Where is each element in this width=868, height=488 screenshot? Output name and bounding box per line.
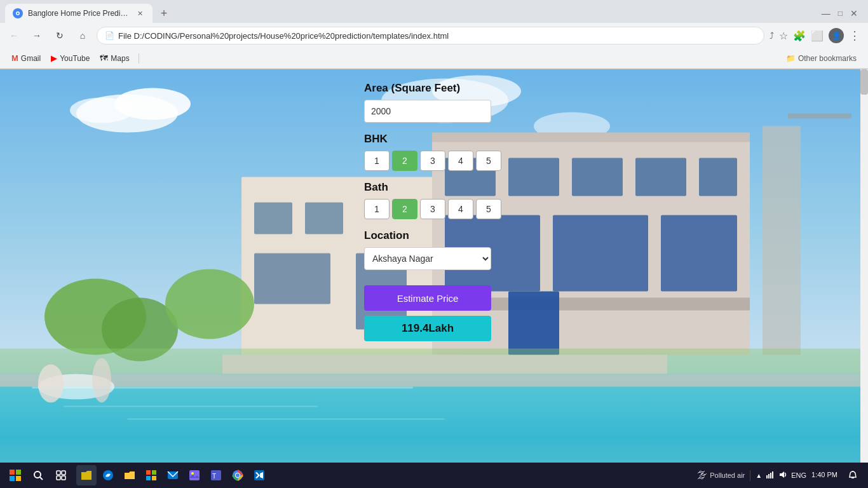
tab-favicon [13,8,23,18]
bhk-btn-5[interactable]: 5 [476,151,501,171]
tab-bar: Banglore Home Price Prediction ✕ + — □ ✕ [0,0,868,23]
back-button[interactable]: ← [5,27,23,44]
url-bar[interactable]: 📄 File D:/CODING/Personal%20projects/Hou… [97,27,764,44]
forward-button[interactable]: → [28,27,46,44]
svg-rect-27 [763,126,801,355]
search-button[interactable] [28,465,48,485]
svg-rect-13 [254,254,330,304]
system-tray: 🌫 Polluted air ▲ ENG 1: [697,465,863,485]
arrow-up-icon[interactable]: ▲ [756,472,762,479]
location-label: Location [364,229,504,242]
network-icon[interactable] [766,470,775,481]
svg-rect-58 [189,470,200,480]
svg-point-6 [70,98,133,123]
minimize-icon[interactable]: — [822,8,831,18]
other-bookmarks-label: Other bookmarks [798,54,857,63]
keyboard-language[interactable]: ENG [791,471,806,479]
svg-point-41 [92,358,111,403]
task-view-button[interactable] [51,465,71,485]
svg-rect-37 [127,419,445,420]
notification-button[interactable] [843,465,863,485]
bhk-btn-2[interactable]: 2 [392,151,417,171]
estimate-price-button[interactable]: Estimate Price [364,285,491,311]
svg-text:T: T [212,473,216,480]
area-input[interactable] [364,100,491,123]
svg-rect-56 [152,476,156,480]
folder-icon: 📁 [786,54,796,63]
taskbar-edge[interactable] [98,465,118,485]
svg-rect-70 [851,477,854,478]
bookmark-maps[interactable]: 🗺 Maps [96,52,133,64]
bath-btn-5[interactable]: 5 [476,199,501,219]
bookmark-youtube[interactable]: ▶ YouTube [47,52,93,64]
svg-rect-20 [635,158,686,196]
scrollbar-thumb[interactable] [860,69,868,95]
bhk-btn-4[interactable]: 4 [448,151,473,171]
taskbar-chrome[interactable] [227,465,248,485]
profile-icon[interactable]: 👤 [829,28,844,43]
sidebar-icon[interactable]: ⬜ [811,30,824,42]
reload-button[interactable]: ↻ [51,27,69,44]
svg-rect-26 [508,292,559,355]
bath-btn-1[interactable]: 1 [364,199,390,219]
speaker-icon[interactable] [778,470,787,481]
svg-point-40 [38,365,64,403]
menu-icon[interactable]: ⋮ [849,29,860,43]
maximize-icon[interactable]: □ [838,9,843,18]
price-result: 119.4Lakh [364,316,491,341]
taskbar-photos[interactable] [184,465,205,485]
new-tab-button[interactable]: + [155,4,173,22]
extension-icon[interactable]: 🧩 [793,30,806,42]
gmail-label: Gmail [21,54,41,63]
bookmark-gmail[interactable]: M Gmail [8,52,44,64]
bookmarks-bar: M Gmail ▶ YouTube 🗺 Maps 📁 Other bookmar… [0,48,868,69]
svg-rect-45 [16,476,21,481]
browser-actions: ⤴ ☆ 🧩 ⬜ 👤 ⋮ [770,28,863,43]
area-field-group: Area (Square Feet) [364,82,504,123]
close-icon[interactable]: ✕ [850,8,858,18]
start-button[interactable] [5,465,25,485]
svg-rect-19 [572,158,623,196]
svg-rect-51 [62,476,65,480]
taskbar: T 🌫 Polluted air [0,463,868,488]
home-button[interactable]: ⌂ [74,27,92,44]
svg-point-46 [34,471,41,478]
svg-rect-24 [661,215,737,292]
active-tab[interactable]: Banglore Home Price Prediction ✕ [5,4,153,23]
svg-rect-69 [772,471,773,478]
bath-btn-3[interactable]: 3 [420,199,445,219]
page-content: Area (Square Feet) BHK 1 2 3 4 5 Bath 1 … [0,69,868,463]
svg-rect-33 [222,355,667,374]
bath-btn-2[interactable]: 2 [392,199,417,219]
url-text: File D:/CODING/Personal%20projects/House… [118,31,756,41]
bookmark-icon[interactable]: ☆ [779,30,788,42]
svg-rect-44 [10,476,15,481]
tab-close-button[interactable]: ✕ [135,8,145,18]
svg-line-47 [40,477,43,480]
page-scrollbar[interactable] [860,69,868,463]
bhk-btn-3[interactable]: 3 [420,151,445,171]
taskbar-store[interactable] [141,465,161,485]
taskbar-vscode[interactable] [249,465,269,485]
clock[interactable]: 1:40 PM [811,470,837,480]
taskbar-teams[interactable]: T [206,465,226,485]
location-select[interactable]: Akshaya Nagar Whitefield Electronic City… [364,247,491,270]
bath-label: Bath [364,181,504,194]
bath-btn-4[interactable]: 4 [448,199,473,219]
pollution-label: Polluted air [710,471,745,479]
svg-rect-12 [305,203,343,234]
other-bookmarks[interactable]: 📁 Other bookmarks [782,53,860,64]
taskbar-mail[interactable] [163,465,183,485]
bhk-btn-1[interactable]: 1 [364,151,390,171]
svg-rect-43 [16,470,21,475]
location-field-group: Location Akshaya Nagar Whitefield Electr… [364,229,504,270]
svg-rect-21 [699,158,737,196]
price-value: 119.4Lakh [402,322,454,335]
taskbar-folder[interactable] [119,465,140,485]
taskbar-file-explorer[interactable] [76,465,97,485]
taskbar-pinned-apps: T [76,465,269,485]
address-bar: ← → ↻ ⌂ 📄 File D:/CODING/Personal%20proj… [0,23,868,48]
tab-title: Banglore Home Price Prediction [28,9,130,18]
bhk-label: BHK [364,133,504,146]
share-icon[interactable]: ⤴ [770,30,774,41]
